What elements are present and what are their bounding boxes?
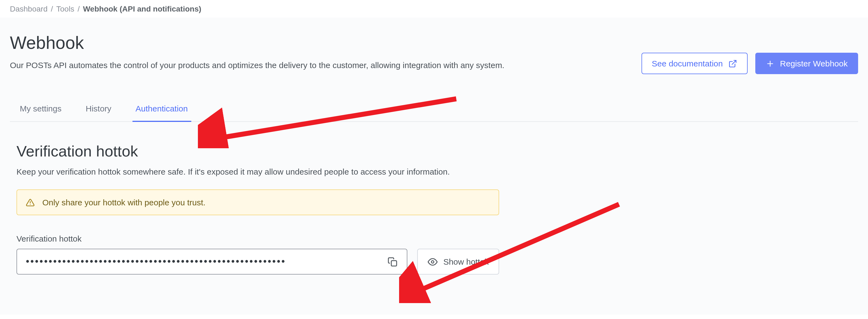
tab-history[interactable]: History xyxy=(83,97,115,122)
alert-warning: Only share your hottok with people you t… xyxy=(17,189,499,215)
page-subtitle: Our POSTs API automates the control of y… xyxy=(10,59,504,72)
eye-icon xyxy=(428,257,438,267)
svg-point-6 xyxy=(432,260,434,263)
show-hottok-label: Show hottok xyxy=(443,257,489,266)
register-webhook-button[interactable]: Register Webhook xyxy=(755,53,858,74)
copy-button[interactable] xyxy=(385,254,400,269)
page-header: Webhook Our POSTs API automates the cont… xyxy=(10,33,858,74)
breadcrumb-item-current: Webhook (API and notifications) xyxy=(83,4,201,13)
breadcrumb-separator: / xyxy=(78,4,80,13)
alert-text: Only share your hottok with people you t… xyxy=(42,198,206,207)
tab-my-settings[interactable]: My settings xyxy=(17,97,65,122)
svg-rect-5 xyxy=(392,260,397,266)
plus-icon xyxy=(766,59,775,68)
section-title: Verification hottok xyxy=(17,143,858,160)
page-title: Webhook xyxy=(10,33,504,53)
hottok-label: Verification hottok xyxy=(17,234,858,243)
tab-bar: My settings History Authentication xyxy=(10,97,858,122)
verification-section: Verification hottok Keep your verificati… xyxy=(10,143,858,275)
section-subtitle: Keep your verification hottok somewhere … xyxy=(17,167,858,176)
register-label: Register Webhook xyxy=(780,59,848,68)
external-link-icon xyxy=(728,59,737,68)
breadcrumb-item-tools[interactable]: Tools xyxy=(56,4,74,13)
warning-icon xyxy=(26,198,35,207)
hottok-input[interactable] xyxy=(17,249,408,275)
tab-authentication[interactable]: Authentication xyxy=(132,97,191,122)
breadcrumb-item-dashboard[interactable]: Dashboard xyxy=(10,4,48,13)
see-documentation-button[interactable]: See documentation xyxy=(641,53,748,74)
documentation-label: See documentation xyxy=(652,59,723,68)
svg-line-0 xyxy=(732,60,736,64)
breadcrumb-separator: / xyxy=(51,4,53,13)
show-hottok-button[interactable]: Show hottok xyxy=(417,249,499,275)
copy-icon xyxy=(388,257,398,267)
breadcrumb: Dashboard / Tools / Webhook (API and not… xyxy=(0,0,868,17)
